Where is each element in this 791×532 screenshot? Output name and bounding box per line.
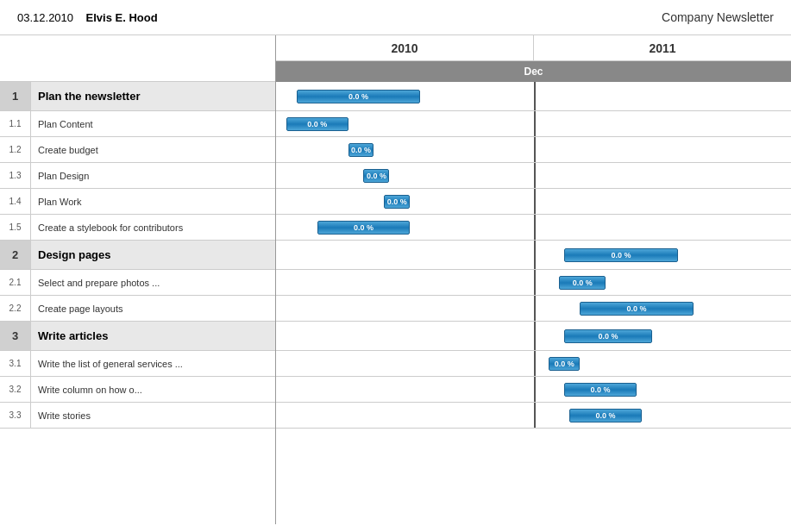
header: 03.12.2010 Elvis E. Hood Company Newslet… — [0, 0, 791, 35]
gantt-row-3-1: 0.0 % — [276, 351, 791, 377]
task-num-1: 1 — [0, 82, 31, 110]
task-label-3-3: Write stories — [31, 410, 275, 421]
task-row-1-1: 1.1Plan Content — [0, 111, 275, 137]
divider-line — [534, 377, 536, 402]
gantt-area: 2010 2011 Dec 0.0 %0.0 %0.0 %0.0 %0.0 %0… — [276, 35, 791, 524]
task-num-3-3: 3.3 — [0, 403, 31, 428]
gantt-row-1-1: 0.0 % — [276, 111, 791, 137]
divider-line — [534, 215, 536, 240]
divider-line — [534, 403, 536, 428]
divider-line — [534, 322, 536, 350]
gantt-row-1: 0.0 % — [276, 82, 791, 111]
divider-line — [534, 82, 536, 110]
task-label-1-3: Plan Design — [31, 171, 275, 181]
task-row-1-5: 1.5Create a stylebook for contributors — [0, 215, 275, 241]
task-num-1-3: 1.3 — [0, 163, 31, 188]
gantt-bar-3-2: 0.0 % — [564, 383, 637, 397]
divider-line — [534, 241, 536, 269]
task-label-2: Design pages — [31, 248, 275, 261]
gantt-bar-3-3: 0.0 % — [569, 409, 642, 422]
task-row-2-2: 2.2Create page layouts — [0, 296, 275, 322]
main-container: 1Plan the newsletter1.1Plan Content1.2Cr… — [0, 35, 791, 524]
divider-line — [534, 351, 536, 376]
gantt-rows-container: 0.0 %0.0 %0.0 %0.0 %0.0 %0.0 %0.0 %0.0 %… — [276, 82, 791, 429]
task-label-1: Plan the newsletter — [31, 90, 275, 103]
task-row-2: 2Design pages — [0, 241, 275, 270]
year-cell-2011: 2011 — [534, 35, 791, 60]
gantt-row-3-3: 0.0 % — [276, 403, 791, 429]
gantt-row-1-5: 0.0 % — [276, 215, 791, 241]
task-label-2-2: Create page layouts — [31, 304, 275, 314]
gantt-bar-3: 0.0 % — [564, 329, 651, 343]
divider-line — [534, 189, 536, 214]
gantt-bar-1-2: 0.0 % — [348, 143, 374, 157]
header-name: Elvis E. Hood — [86, 11, 158, 24]
task-label-1-1: Plan Content — [31, 119, 275, 129]
gantt-bar-2-2: 0.0 % — [580, 302, 693, 316]
header-date: 03.12.2010 — [17, 11, 73, 24]
divider-line — [534, 111, 536, 136]
task-row-2-1: 2.1Select and prepare photos ... — [0, 270, 275, 296]
gantt-bar-1-5: 0.0 % — [317, 221, 410, 235]
task-label-1-2: Create budget — [31, 145, 275, 155]
task-label-2-1: Select and prepare photos ... — [31, 278, 275, 288]
gantt-bar-1-1: 0.0 % — [286, 117, 348, 131]
header-title: Company Newsletter — [662, 10, 774, 24]
year-header-row: 2010 2011 — [276, 35, 791, 61]
gantt-bar-1-4: 0.0 % — [384, 195, 410, 209]
task-num-2: 2 — [0, 241, 31, 269]
task-row-1: 1Plan the newsletter — [0, 82, 275, 111]
task-num-3-2: 3.2 — [0, 377, 31, 402]
gantt-bar-1: 0.0 % — [297, 90, 420, 103]
header-left: 03.12.2010 Elvis E. Hood — [17, 11, 158, 24]
year-cell-2010: 2010 — [276, 35, 534, 60]
task-num-1-2: 1.2 — [0, 137, 31, 162]
gantt-row-3-2: 0.0 % — [276, 377, 791, 403]
task-row-1-4: 1.4Plan Work — [0, 189, 275, 215]
task-label-1-4: Plan Work — [31, 197, 275, 207]
divider-line — [534, 137, 536, 162]
task-num-2-2: 2.2 — [0, 296, 31, 321]
gantt-bar-2-1: 0.0 % — [559, 276, 606, 290]
gantt-bar-3-1: 0.0 % — [549, 357, 580, 371]
month-cell-dec: Dec — [276, 61, 791, 82]
gantt-row-2-1: 0.0 % — [276, 270, 791, 296]
gantt-row-1-4: 0.0 % — [276, 189, 791, 215]
divider-line — [534, 270, 536, 295]
gantt-row-3: 0.0 % — [276, 322, 791, 351]
task-label-3-2: Write column on how o... — [31, 385, 275, 395]
gantt-row-2-2: 0.0 % — [276, 296, 791, 322]
gantt-row-2: 0.0 % — [276, 241, 791, 270]
task-rows: 1Plan the newsletter1.1Plan Content1.2Cr… — [0, 82, 275, 429]
task-label-1-5: Create a stylebook for contributors — [31, 222, 275, 233]
task-row-3-3: 3.3Write stories — [0, 403, 275, 429]
task-row-3: 3Write articles — [0, 322, 275, 351]
task-num-3-1: 3.1 — [0, 351, 31, 376]
task-row-1-3: 1.3Plan Design — [0, 163, 275, 189]
app-container: 03.12.2010 Elvis E. Hood Company Newslet… — [0, 0, 791, 524]
month-header-row: Dec — [276, 61, 791, 82]
task-list: 1Plan the newsletter1.1Plan Content1.2Cr… — [0, 35, 276, 524]
gantt-row-1-3: 0.0 % — [276, 163, 791, 189]
gantt-bar-1-3: 0.0 % — [363, 169, 389, 183]
task-row-3-2: 3.2Write column on how o... — [0, 377, 275, 403]
task-label-3: Write articles — [31, 329, 275, 342]
task-num-3: 3 — [0, 322, 31, 350]
task-row-1-2: 1.2Create budget — [0, 137, 275, 163]
gantt-row-1-2: 0.0 % — [276, 137, 791, 163]
task-row-3-1: 3.1Write the list of general services ..… — [0, 351, 275, 377]
divider-line — [534, 296, 536, 321]
task-num-1-5: 1.5 — [0, 215, 31, 240]
task-num-1-1: 1.1 — [0, 111, 31, 136]
task-num-1-4: 1.4 — [0, 189, 31, 214]
gantt-bar-2: 0.0 % — [564, 248, 677, 262]
task-label-3-1: Write the list of general services ... — [31, 359, 275, 369]
divider-line — [534, 163, 536, 188]
task-num-2-1: 2.1 — [0, 270, 31, 295]
